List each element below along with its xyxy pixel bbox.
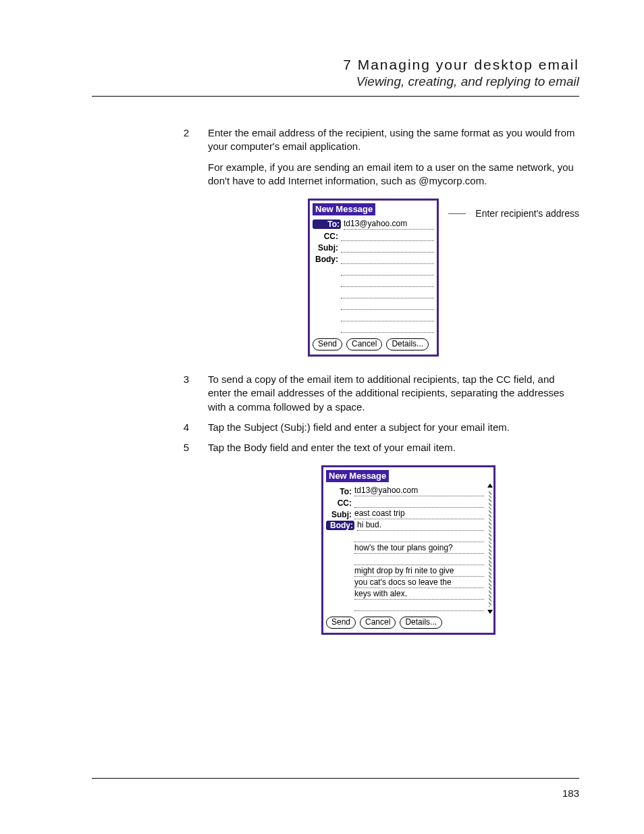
body-field[interactable]: might drop by fri nite to give — [354, 567, 484, 577]
step-number: 5 — [180, 441, 189, 454]
figure-2: New Message To: td13@yahoo.com CC: Subj:… — [321, 465, 579, 635]
body-field[interactable] — [341, 265, 434, 276]
footer-rule — [92, 778, 579, 779]
scroll-down-icon[interactable] — [487, 610, 493, 614]
scroll-up-icon[interactable] — [487, 484, 493, 488]
scrollbar[interactable] — [488, 484, 492, 614]
device-title: New Message — [313, 203, 375, 215]
cancel-button[interactable]: Cancel — [346, 338, 382, 350]
cc-label: CC: — [313, 231, 338, 241]
details-button[interactable]: Details... — [386, 338, 429, 350]
step-text: Tap the Body field and enter the text of… — [208, 441, 579, 454]
body-field[interactable] — [354, 601, 484, 611]
body-field[interactable] — [341, 277, 434, 287]
send-button[interactable]: Send — [326, 617, 356, 629]
device-screen-1: New Message To: td13@yahoo.com CC: Subj:… — [308, 199, 439, 357]
step-4: 4 Tap the Subject (Subj:) field and ente… — [180, 421, 579, 434]
step-list: 2 Enter the email address of the recipie… — [180, 126, 579, 188]
step-number: 2 — [180, 126, 189, 188]
step-text: Enter the email address of the recipient… — [208, 126, 579, 154]
to-field[interactable]: td13@yahoo.com — [344, 219, 434, 230]
subj-label: Subj: — [313, 242, 338, 253]
subj-field[interactable]: east coast trip — [354, 509, 484, 519]
subj-field[interactable] — [341, 242, 434, 253]
step-list: 3 To send a copy of the email item to ad… — [180, 373, 579, 454]
cc-label: CC: — [326, 498, 352, 508]
page-number: 183 — [562, 787, 579, 799]
device-title: New Message — [326, 470, 389, 482]
step-3: 3 To send a copy of the email item to ad… — [180, 373, 579, 414]
header-rule — [92, 96, 579, 97]
running-header: 7 Managing your desktop email Viewing, c… — [92, 57, 579, 89]
section-title: Viewing, creating, and replying to email — [92, 74, 579, 89]
body-field[interactable] — [341, 323, 434, 333]
cc-field[interactable] — [354, 498, 484, 508]
step-body: To send a copy of the email item to addi… — [208, 373, 579, 414]
body-field[interactable] — [341, 311, 434, 321]
body-field[interactable] — [354, 532, 484, 542]
subj-label: Subj: — [326, 509, 352, 519]
body-label: Body: — [313, 254, 338, 264]
callout-leader — [448, 213, 466, 214]
cancel-button[interactable]: Cancel — [360, 617, 396, 629]
step-text: To send a copy of the email item to addi… — [208, 373, 579, 414]
step-body: Tap the Body field and enter the text of… — [208, 441, 579, 454]
cc-field[interactable] — [341, 231, 434, 241]
body-field[interactable]: how's the tour plans going? — [354, 544, 484, 554]
page: 7 Managing your desktop email Viewing, c… — [0, 0, 644, 834]
body-label: Body: — [326, 521, 354, 530]
step-text: Tap the Subject (Subj:) field and enter … — [208, 421, 579, 434]
device-screen-2: New Message To: td13@yahoo.com CC: Subj:… — [321, 465, 495, 635]
body-field[interactable] — [341, 254, 434, 264]
to-field[interactable]: td13@yahoo.com — [354, 486, 484, 496]
step-2: 2 Enter the email address of the recipie… — [180, 126, 579, 188]
body-field[interactable]: hi bud. — [357, 521, 484, 531]
step-number: 3 — [180, 373, 189, 414]
body-field[interactable]: you cat's docs so leave the — [354, 578, 484, 588]
body-field[interactable] — [354, 555, 484, 565]
send-button[interactable]: Send — [313, 338, 342, 350]
scroll-track[interactable] — [489, 490, 491, 607]
step-body: Tap the Subject (Subj:) field and enter … — [208, 421, 579, 434]
body-field[interactable]: keys with alex. — [354, 590, 484, 600]
to-label: To: — [313, 219, 341, 229]
to-label: To: — [326, 486, 352, 496]
step-number: 4 — [180, 421, 189, 434]
body-field[interactable] — [341, 288, 434, 298]
step-body: Enter the email address of the recipient… — [208, 126, 579, 188]
callout-text: Enter recipient's address — [475, 208, 579, 219]
figure-1: New Message To: td13@yahoo.com CC: Subj:… — [308, 199, 579, 357]
chapter-title: 7 Managing your desktop email — [92, 57, 579, 73]
step-5: 5 Tap the Body field and enter the text … — [180, 441, 579, 454]
details-button[interactable]: Details... — [400, 617, 442, 629]
step-text: For example, if you are sending an email… — [208, 161, 579, 188]
body-field[interactable] — [341, 300, 434, 310]
